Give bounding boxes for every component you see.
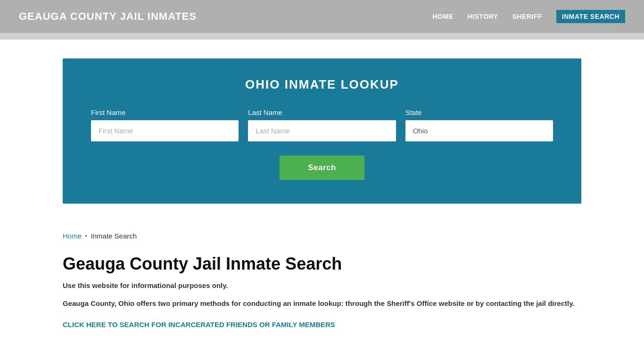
last-name-label: Last Name [248, 108, 396, 116]
first-name-input[interactable] [91, 120, 239, 141]
state-group: State [405, 108, 553, 141]
state-label: State [405, 108, 553, 116]
first-name-group: First Name [91, 108, 239, 141]
breadcrumb-home-link[interactable]: Home [63, 232, 82, 240]
search-form-row: First Name Last Name State [91, 108, 553, 141]
sub-header-bar [0, 33, 644, 40]
nav-inmate-search[interactable]: INMATE SEARCH [556, 10, 625, 23]
page-subtitle: Use this website for informational purpo… [63, 281, 581, 289]
search-widget-title: OHIO INMATE LOOKUP [91, 77, 553, 92]
breadcrumb-current: Inmate Search [91, 232, 137, 240]
last-name-input[interactable] [248, 120, 396, 141]
site-header: GEAUGA COUNTY JAIL INMATES HOME HISTORY … [0, 0, 644, 33]
page-title: Geauga County Jail Inmate Search [63, 254, 581, 274]
nav-sheriff[interactable]: SHERIFF [512, 13, 542, 20]
search-btn-row: Search [91, 156, 553, 180]
search-button[interactable]: Search [280, 156, 364, 180]
inmate-search-link[interactable]: CLICK HERE to Search for Incarcerated Fr… [63, 321, 335, 329]
search-widget: OHIO INMATE LOOKUP First Name Last Name … [63, 58, 581, 204]
page-description: Geauga County, Ohio offers two primary m… [63, 298, 581, 309]
site-title: GEAUGA COUNTY JAIL INMATES [19, 10, 197, 23]
nav-home[interactable]: HOME [433, 13, 454, 20]
main-nav: HOME HISTORY SHERIFF INMATE SEARCH [433, 10, 626, 23]
nav-history[interactable]: HISTORY [468, 13, 498, 20]
last-name-group: Last Name [248, 108, 396, 141]
first-name-label: First Name [91, 108, 239, 116]
state-input[interactable] [405, 120, 553, 141]
breadcrumb-separator: • [85, 233, 87, 239]
breadcrumb: Home • Inmate Search [63, 232, 581, 240]
main-content: Home • Inmate Search Geauga County Jail … [63, 222, 581, 348]
